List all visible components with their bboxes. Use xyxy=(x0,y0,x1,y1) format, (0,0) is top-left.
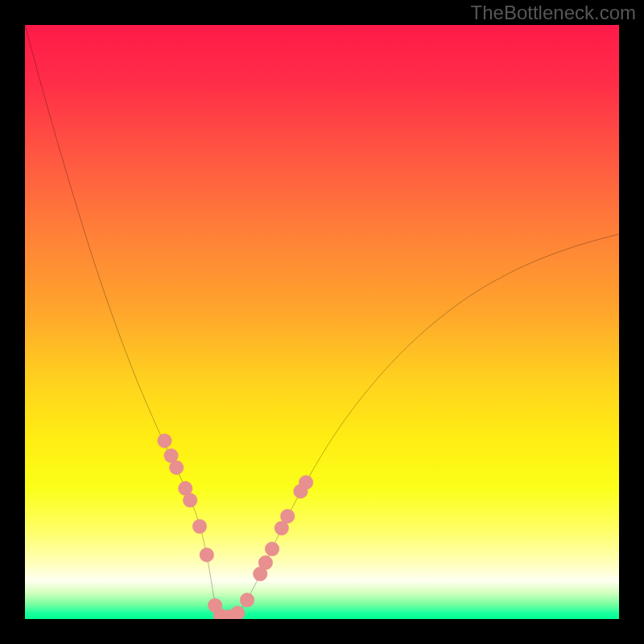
data-marker xyxy=(169,460,184,475)
data-marker xyxy=(158,434,172,448)
data-marker xyxy=(200,547,214,562)
curve-layer xyxy=(25,25,619,619)
bottleneck-curve xyxy=(25,25,619,617)
plot-area xyxy=(25,25,619,619)
data-marker xyxy=(280,509,295,523)
data-marker xyxy=(230,606,245,619)
watermark-text: TheBottleneck.com xyxy=(471,2,636,24)
data-marker xyxy=(192,519,207,534)
data-marker xyxy=(183,493,197,508)
chart-container: TheBottleneck.com xyxy=(0,0,644,644)
data-marker xyxy=(265,542,279,556)
data-marker xyxy=(258,555,273,570)
data-marker xyxy=(299,475,313,489)
data-marker xyxy=(240,593,254,608)
